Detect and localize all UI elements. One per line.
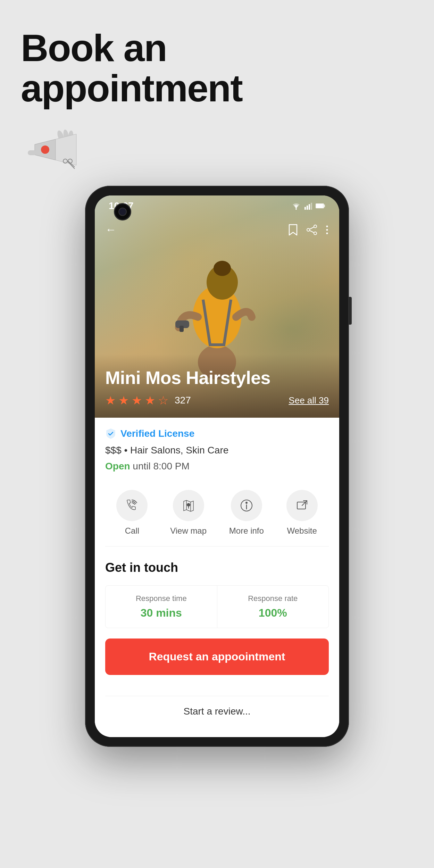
website-button[interactable]: Website — [286, 490, 318, 536]
star-3: ★ — [132, 393, 142, 407]
star-4: ★ — [145, 393, 155, 407]
rating-row: ★ ★ ★ ★ ☆ 327 See all 39 — [105, 393, 329, 407]
more-options-icon[interactable] — [325, 225, 329, 235]
svg-rect-19 — [311, 203, 312, 210]
response-time-value: 30 mins — [112, 607, 210, 619]
side-button — [349, 297, 352, 325]
content-area: Verified License $$$ • Hair Salons, Skin… — [95, 418, 339, 737]
status-bar: 10:07 — [95, 195, 339, 216]
battery-icon — [316, 203, 325, 209]
star-2: ★ — [118, 393, 129, 407]
mascot-icon — [21, 125, 83, 170]
moreinfo-label: More info — [229, 526, 264, 536]
viewmap-icon-circle — [173, 490, 204, 521]
business-overlay: Mini Mos Hairstyles ★ ★ ★ ★ ☆ 327 See al… — [95, 354, 339, 418]
map-icon — [181, 498, 196, 513]
svg-line-38 — [302, 501, 307, 506]
svg-point-29 — [326, 229, 328, 231]
stats-row: Response time 30 mins Response rate 100% — [105, 585, 329, 628]
page-title: Book an appointment — [21, 28, 413, 108]
request-appointment-button[interactable]: Request an appoointment — [105, 639, 329, 675]
business-meta: $$$ • Hair Salons, Skin Care — [105, 445, 329, 456]
svg-point-12 — [214, 261, 231, 276]
moreinfo-button[interactable]: More info — [229, 490, 264, 536]
moreinfo-icon-circle — [231, 490, 262, 521]
svg-point-25 — [314, 232, 317, 235]
review-count: 327 — [175, 395, 191, 406]
star-5: ☆ — [158, 393, 168, 407]
website-icon-circle — [286, 490, 318, 521]
section-title: Get in touch — [105, 560, 329, 575]
business-name: Mini Mos Hairstyles — [105, 368, 329, 388]
get-in-touch-section: Get in touch Response time 30 mins Respo… — [105, 557, 329, 696]
svg-rect-18 — [309, 204, 310, 210]
svg-rect-14 — [180, 326, 184, 332]
start-review-text[interactable]: Start a review... — [184, 706, 251, 717]
website-label: Website — [287, 526, 317, 536]
call-icon-circle — [116, 490, 148, 521]
svg-point-24 — [307, 228, 310, 231]
svg-rect-22 — [316, 204, 323, 208]
info-icon — [239, 498, 254, 513]
svg-point-23 — [314, 225, 317, 228]
svg-rect-17 — [307, 206, 308, 210]
bookmark-icon[interactable] — [288, 224, 298, 236]
camera-bump — [114, 203, 131, 220]
svg-point-35 — [246, 502, 247, 503]
nav-actions — [288, 224, 329, 236]
open-label: Open — [105, 461, 130, 471]
verified-label: Verified License — [120, 428, 194, 439]
svg-line-27 — [310, 231, 314, 233]
response-time-label: Response time — [112, 594, 210, 603]
page-header: Book an appointment — [0, 0, 434, 118]
verified-shield-icon — [105, 428, 116, 439]
viewmap-button[interactable]: View map — [170, 490, 207, 536]
wifi-icon — [291, 202, 301, 210]
svg-point-15 — [295, 208, 297, 210]
response-time-stat: Response time 30 mins — [106, 586, 217, 628]
svg-rect-16 — [304, 207, 306, 210]
mascot-area — [0, 118, 434, 186]
svg-point-33 — [187, 503, 190, 506]
viewmap-label: View map — [170, 526, 207, 536]
response-rate-value: 100% — [224, 607, 322, 619]
phone-frame: 10:07 — [85, 186, 349, 747]
hours-text: until 8:00 PM — [133, 461, 189, 471]
response-rate-label: Response rate — [224, 594, 322, 603]
top-nav: ← — [95, 216, 339, 243]
back-button[interactable]: ← — [105, 223, 116, 236]
page-background: Book an appointment — [0, 0, 434, 747]
hours-row: Open until 8:00 PM — [105, 461, 329, 472]
phone-screen: 10:07 — [95, 195, 339, 737]
signal-icon — [304, 202, 312, 210]
response-rate-stat: Response rate 100% — [217, 586, 329, 628]
svg-point-28 — [326, 225, 328, 227]
call-label: Call — [125, 526, 139, 536]
camera-lens — [118, 208, 127, 216]
svg-rect-4 — [28, 150, 36, 155]
bottom-bar: Start a review... — [105, 696, 329, 727]
phone-container: 10:07 — [0, 186, 434, 747]
hero-image-area: 10:07 — [95, 195, 339, 418]
svg-rect-21 — [324, 205, 325, 207]
action-buttons-row: Call — [105, 483, 329, 546]
svg-point-30 — [326, 232, 328, 234]
svg-line-26 — [310, 227, 314, 229]
share-icon[interactable] — [307, 225, 317, 235]
call-icon — [124, 498, 140, 513]
star-1: ★ — [105, 393, 116, 407]
svg-point-3 — [41, 145, 49, 154]
see-all-button[interactable]: See all 39 — [289, 395, 329, 406]
status-icons — [291, 202, 325, 210]
verified-row: Verified License — [105, 428, 329, 439]
call-button[interactable]: Call — [116, 490, 148, 536]
external-link-icon — [294, 498, 310, 513]
stars-group: ★ ★ ★ ★ ☆ 327 — [105, 393, 191, 407]
